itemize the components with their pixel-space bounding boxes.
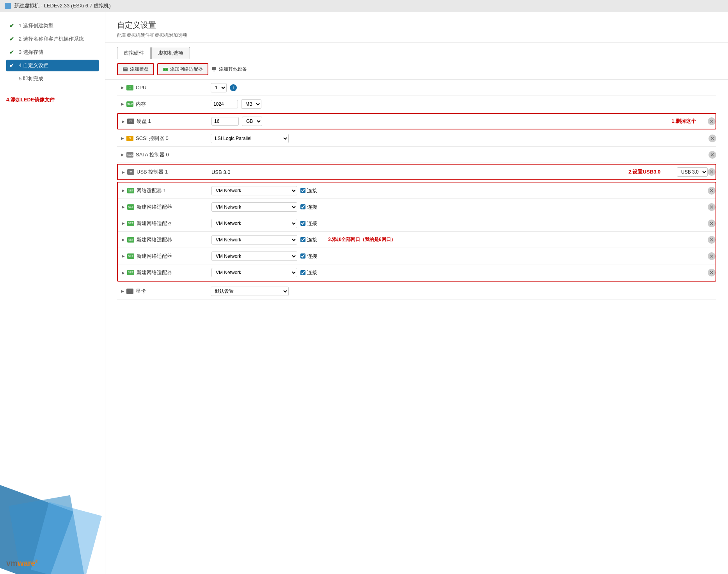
net1-connect-label[interactable]: 连接 (300, 187, 317, 194)
net1-remove-button[interactable]: ✕ (708, 187, 716, 195)
disk1-unit-select[interactable]: MBGB (242, 117, 262, 126)
net2-connect-checkbox[interactable] (300, 204, 305, 209)
sata-icon: SATA (126, 152, 133, 158)
net3-remove-button[interactable]: ✕ (708, 220, 716, 227)
net5-connect-checkbox[interactable] (300, 253, 305, 259)
add-nic-label: 添加网络适配器 (170, 66, 203, 73)
net3-network-select[interactable]: VM Network (211, 219, 297, 228)
net6-remove-button[interactable]: ✕ (708, 269, 716, 276)
ram-expand[interactable]: ▶ (121, 102, 124, 106)
usb-annotation: 2.设置USB3.0 (629, 168, 661, 175)
net5-connect-label[interactable]: 连接 (300, 253, 317, 260)
net3-connect-checkbox[interactable] (300, 221, 305, 226)
titlebar: 新建虚拟机 - LEDEv2.33 (ESXi 6.7 虚拟机) (0, 0, 728, 12)
net6-icon: NET (127, 270, 134, 275)
net4-controls: VM Network 连接 3.添加全部网口（我的是6网口） (211, 235, 708, 244)
add-disk-button[interactable]: 添加硬盘 (117, 63, 154, 75)
vmware-logo: vmware® (6, 559, 38, 568)
sidebar-item-step5[interactable]: 5 即将完成 (6, 73, 99, 85)
scsi-expand[interactable]: ▶ (121, 136, 124, 140)
net-adapter-3-row: ▶ NET 新建网络适配器 VM Network 连接 ✕ (118, 215, 716, 232)
net3-controls: VM Network 连接 (211, 219, 708, 228)
scsi-remove-button[interactable]: ✕ (708, 135, 716, 142)
net2-icon: NET (127, 204, 134, 210)
sidebar-item-step4[interactable]: ✔ 4 自定义设置 (6, 60, 99, 71)
gpu-icon: ▭ (126, 289, 133, 294)
net4-network-select[interactable]: VM Network (211, 235, 297, 244)
net5-text: 新建网络适配器 (137, 253, 172, 260)
net2-expand[interactable]: ▶ (122, 205, 125, 209)
net-adapter-4-row: ▶ NET 新建网络适配器 VM Network 连接 3.添加全部网口（我的是… (118, 232, 716, 248)
net6-label: ▶ NET 新建网络适配器 (118, 269, 211, 276)
net2-connect-label[interactable]: 连接 (300, 204, 317, 211)
net5-remove-button[interactable]: ✕ (708, 252, 716, 260)
gpu-setting-select[interactable]: 默认设置 (211, 287, 289, 296)
step3-label: 3 选择存储 (19, 49, 43, 56)
cpu-expand[interactable]: ▶ (121, 85, 124, 90)
svg-rect-2 (163, 68, 168, 71)
cpu-label: ▶ □ CPU (117, 85, 211, 90)
disk1-value-input[interactable] (211, 117, 239, 126)
page-subtitle: 配置虚拟机硬件和虚拟机附加选项 (117, 32, 716, 39)
add-other-link[interactable]: 添加其他设备 (211, 66, 247, 73)
net2-remove-button[interactable]: ✕ (708, 203, 716, 211)
net6-connect-text: 连接 (307, 269, 317, 276)
sata-row: ▶ SATA SATA 控制器 0 ✕ (117, 147, 716, 163)
usb-text: USB 控制器 1 (137, 168, 168, 175)
usb-label: ▶ ⇌ USB 控制器 1 (118, 168, 211, 175)
sidebar-item-step3[interactable]: ✔ 3 选择存储 (6, 46, 99, 58)
usb-expand[interactable]: ▶ (122, 170, 125, 174)
net4-connect-label[interactable]: 连接 (300, 236, 317, 243)
cpu-info-icon[interactable]: i (230, 84, 237, 91)
sidebar-item-step2[interactable]: ✔ 2 选择名称和客户机操作系统 (6, 33, 99, 45)
net5-expand[interactable]: ▶ (122, 254, 125, 258)
net1-network-select[interactable]: VM Network (211, 186, 297, 195)
net1-expand[interactable]: ▶ (122, 188, 125, 193)
net4-expand[interactable]: ▶ (122, 237, 125, 242)
scsi-icon: S (126, 136, 133, 141)
hardware-list: ▶ □ CPU 1248 i ▶ MEM 内存 (105, 80, 728, 574)
gpu-expand[interactable]: ▶ (121, 289, 124, 293)
usb-type-select[interactable]: USB 2.0 USB 3.0 (677, 167, 708, 177)
network-adapters-group: ▶ NET 网络适配器 1 VM Network 连接 ✕ (117, 182, 716, 282)
cpu-count-select[interactable]: 1248 (211, 83, 227, 92)
toolbar: 添加硬盘 添加网络适配器 添加其他设备 (105, 59, 728, 80)
add-nic-button[interactable]: 添加网络适配器 (157, 63, 208, 75)
ram-controls: MBGB (211, 99, 716, 109)
ram-unit-select[interactable]: MBGB (241, 99, 261, 109)
tab-vm-options[interactable]: 虚拟机选项 (151, 47, 190, 59)
net4-text: 新建网络适配器 (137, 236, 172, 243)
net1-connect-checkbox[interactable] (300, 188, 305, 193)
net4-connect-checkbox[interactable] (300, 237, 305, 242)
net6-connect-checkbox[interactable] (300, 270, 305, 275)
sidebar-item-step1[interactable]: ✔ 1 选择创建类型 (6, 20, 99, 32)
gpu-text: 显卡 (136, 288, 146, 295)
net3-connect-label[interactable]: 连接 (300, 220, 317, 227)
net3-label: ▶ NET 新建网络适配器 (118, 220, 211, 227)
disk1-controls: MBGB 1.删掉这个 (211, 117, 708, 126)
tab-virtual-hardware[interactable]: 虚拟硬件 (117, 47, 151, 59)
sata-remove-button[interactable]: ✕ (708, 151, 716, 159)
disk1-expand[interactable]: ▶ (122, 119, 125, 124)
net2-text: 新建网络适配器 (137, 204, 172, 211)
net5-network-select[interactable]: VM Network (211, 252, 297, 261)
net5-connect-text: 连接 (307, 253, 317, 260)
net6-expand[interactable]: ▶ (122, 271, 125, 275)
scsi-controls: LSI Logic Parallel LSI Logic SAS VMware … (211, 134, 708, 143)
scsi-type-select[interactable]: LSI Logic Parallel LSI Logic SAS VMware … (211, 134, 289, 143)
net2-connect-text: 连接 (307, 204, 317, 211)
page-title: 自定义设置 (117, 20, 716, 30)
sidebar: ✔ 1 选择创建类型 ✔ 2 选择名称和客户机操作系统 ✔ 3 选择存储 ✔ 4… (0, 12, 105, 574)
sata-expand[interactable]: ▶ (121, 152, 124, 157)
ram-value-input[interactable] (211, 100, 238, 108)
ram-icon: MEM (126, 101, 133, 107)
net6-network-select[interactable]: VM Network (211, 268, 297, 277)
net3-expand[interactable]: ▶ (122, 221, 125, 225)
titlebar-icon (5, 3, 11, 9)
disk1-label: ▶ ▭ 硬盘 1 (118, 118, 211, 125)
net6-connect-label[interactable]: 连接 (300, 269, 317, 276)
net4-remove-button[interactable]: ✕ (708, 236, 716, 244)
disk1-remove-button[interactable]: ✕ (708, 117, 716, 125)
usb-remove-button[interactable]: ✕ (708, 168, 716, 176)
net2-network-select[interactable]: VM Network (211, 202, 297, 212)
